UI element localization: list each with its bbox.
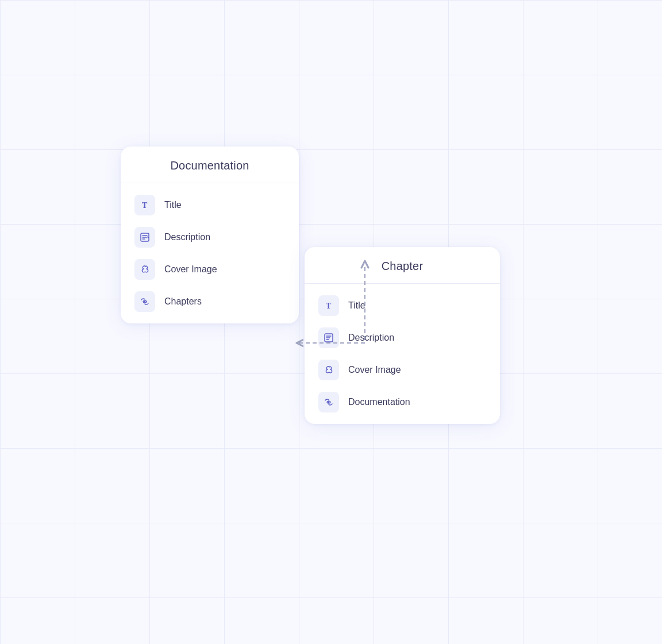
chapter-description-label: Description <box>348 333 394 343</box>
doc-field-description: Description <box>121 221 299 253</box>
chapters-icon-doc <box>134 291 155 312</box>
doc-description-label: Description <box>164 232 210 242</box>
chapter-cover-image-label: Cover Image <box>348 365 401 375</box>
chapter-field-title: T Title <box>305 290 500 322</box>
title-icon-doc: T <box>134 195 155 215</box>
svg-text:T: T <box>142 201 148 210</box>
documentation-card-title: Documentation <box>170 159 249 172</box>
chapter-field-documentation: Documentation <box>305 386 500 418</box>
doc-cover-image-label: Cover Image <box>164 264 217 275</box>
chapter-documentation-label: Documentation <box>348 397 410 407</box>
description-icon-chapter <box>318 327 339 348</box>
chapter-field-description: Description <box>305 322 500 354</box>
title-icon-chapter: T <box>318 295 339 316</box>
description-icon-doc <box>134 227 155 248</box>
chapter-card-header: Chapter <box>305 247 500 284</box>
doc-field-chapters: Chapters <box>121 286 299 318</box>
chapter-title-label: Title <box>348 300 365 311</box>
chapter-field-cover-image: Cover Image <box>305 354 500 386</box>
cover-image-icon-doc <box>134 259 155 280</box>
doc-field-title: T Title <box>121 189 299 221</box>
chapter-card: Chapter T Title <box>305 247 500 424</box>
svg-text:T: T <box>326 302 332 310</box>
documentation-icon-chapter <box>318 392 339 412</box>
documentation-card: Documentation T Title <box>121 146 299 323</box>
chapter-card-title: Chapter <box>382 260 424 272</box>
doc-title-label: Title <box>164 200 182 210</box>
canvas: Documentation T Title <box>0 0 662 644</box>
chapter-card-fields: T Title Description <box>305 284 500 424</box>
svg-point-5 <box>144 301 145 302</box>
svg-point-11 <box>328 402 329 403</box>
documentation-card-fields: T Title Description <box>121 183 299 323</box>
documentation-card-header: Documentation <box>121 146 299 183</box>
doc-chapters-label: Chapters <box>164 296 202 307</box>
doc-field-cover-image: Cover Image <box>121 253 299 286</box>
cover-image-icon-chapter <box>318 360 339 380</box>
